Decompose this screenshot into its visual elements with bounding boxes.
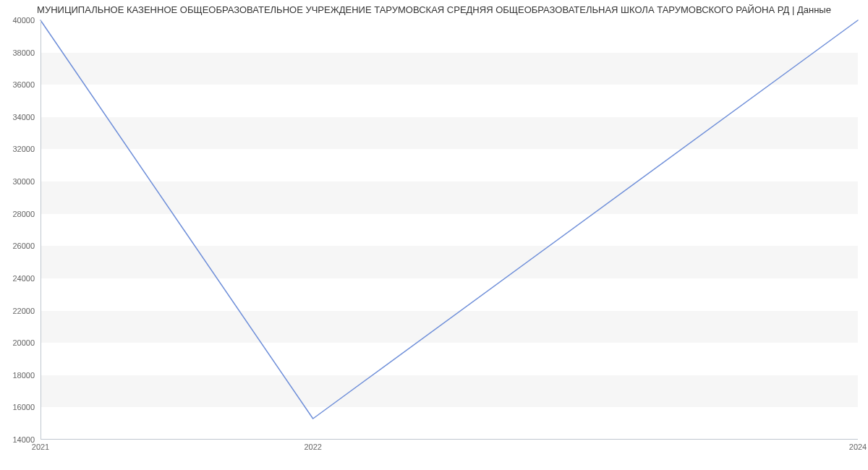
y-tick-label: 32000 [0, 145, 35, 153]
axis-y-line [41, 20, 41, 440]
y-tick-label: 16000 [0, 403, 35, 411]
y-tick-label: 38000 [0, 48, 35, 57]
chart-container: МУНИЦИПАЛЬНОЕ КАЗЕННОЕ ОБЩЕОБРАЗОВАТЕЛЬН… [0, 0, 868, 470]
y-tick-label: 36000 [0, 80, 35, 89]
y-tick-label: 40000 [0, 16, 35, 25]
y-tick-label: 34000 [0, 113, 35, 121]
y-tick-label: 14000 [0, 435, 35, 444]
y-tick-label: 26000 [0, 242, 35, 250]
y-tick-label: 30000 [0, 177, 35, 186]
x-tick-label: 2021 [32, 443, 49, 451]
y-tick-label: 24000 [0, 274, 35, 283]
y-tick-label: 28000 [0, 210, 35, 218]
axis-x-line [41, 439, 858, 440]
y-tick-label: 20000 [0, 338, 35, 347]
x-tick-label: 2022 [304, 443, 321, 451]
x-tick-label: 2024 [849, 443, 867, 451]
plot-area [41, 20, 858, 440]
chart-title: МУНИЦИПАЛЬНОЕ КАЗЕННОЕ ОБЩЕОБРАЗОВАТЕЛЬН… [0, 4, 868, 15]
y-tick-label: 22000 [0, 307, 35, 315]
y-tick-label: 18000 [0, 371, 35, 380]
series-line [41, 20, 858, 440]
